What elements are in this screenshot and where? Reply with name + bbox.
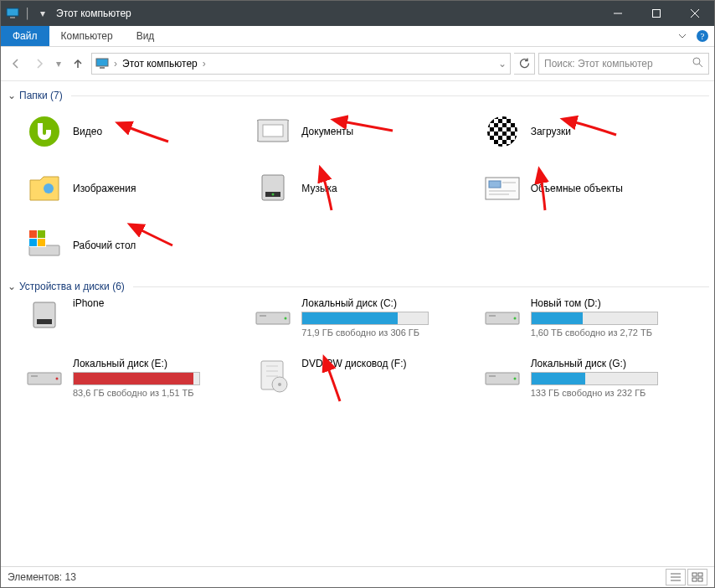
pictures-icon xyxy=(24,170,64,207)
svg-point-22 xyxy=(272,193,275,196)
drive-item[interactable]: Новый том (D:)1,60 ТБ свободно из 2,72 Т… xyxy=(481,296,709,353)
window-title: Этот компьютер xyxy=(56,8,131,19)
svg-point-37 xyxy=(285,317,287,320)
capacity-bar xyxy=(531,312,658,325)
drive-item[interactable]: Локальный диск (E:)83,6 ГБ свободно из 1… xyxy=(23,356,251,413)
search-icon xyxy=(692,57,703,70)
maximize-button[interactable] xyxy=(637,1,676,26)
search-placeholder: Поиск: Этот компьютер xyxy=(544,58,653,70)
capacity-bar xyxy=(73,372,200,385)
svg-rect-10 xyxy=(100,67,105,69)
folder-label: Документы xyxy=(301,126,353,137)
breadcrumb-sep-icon: › xyxy=(203,58,206,70)
drive-label: iPhone xyxy=(73,297,104,309)
content-pane[interactable]: ⌄ Папки (7) ВидеоДокументыЗагрузкиИзобра… xyxy=(1,81,714,566)
search-box[interactable]: Поиск: Этот компьютер xyxy=(538,53,709,75)
group-header-drives[interactable]: ⌄ Устройства и диски (6) xyxy=(8,281,709,292)
svg-rect-41 xyxy=(489,315,496,317)
qat-separator-icon: │ xyxy=(21,7,34,20)
drive-red-icon xyxy=(24,358,64,395)
svg-rect-38 xyxy=(260,315,266,317)
svg-rect-0 xyxy=(7,8,18,16)
ribbon: Файл Компьютер Вид ? xyxy=(1,26,714,47)
svg-rect-14 xyxy=(263,125,283,137)
drive-item[interactable]: Локальный диск (C:)71,9 ГБ свободно из 3… xyxy=(251,296,480,353)
forward-button[interactable] xyxy=(29,54,49,74)
tab-view[interactable]: Вид xyxy=(125,26,167,46)
folder-item[interactable]: Изображения xyxy=(23,162,251,215)
view-details-button[interactable] xyxy=(666,569,686,585)
drive-item[interactable]: DVD RW дисковод (F:) xyxy=(251,356,480,413)
utorrent-icon xyxy=(24,113,64,150)
back-button[interactable] xyxy=(6,54,26,74)
breadcrumb-current[interactable]: Этот компьютер xyxy=(122,58,198,70)
disc-icon xyxy=(253,358,293,395)
folder-item[interactable]: Музыка xyxy=(251,162,480,215)
chevron-down-icon: ⌄ xyxy=(8,90,16,101)
svg-point-19 xyxy=(44,183,54,193)
window-pc-icon xyxy=(6,7,19,20)
folder-item[interactable]: Рабочий стол xyxy=(23,219,251,272)
drive-label: Локальный диск (G:) xyxy=(531,358,658,369)
recent-locations-button[interactable]: ▾ xyxy=(53,54,64,74)
serverbox-icon xyxy=(253,170,293,207)
mail-icon xyxy=(482,170,522,207)
folder-item[interactable]: Загрузки xyxy=(481,105,709,158)
folder-item[interactable]: Объемные объекты xyxy=(481,162,709,215)
minimize-button[interactable] xyxy=(599,1,637,26)
svg-rect-35 xyxy=(37,319,52,324)
svg-rect-31 xyxy=(38,230,45,238)
drive-free-text: 1,60 ТБ свободно из 2,72 ТБ xyxy=(531,328,658,338)
svg-rect-33 xyxy=(38,239,45,246)
svg-rect-44 xyxy=(31,375,38,377)
folder-item[interactable]: Документы xyxy=(251,105,480,158)
address-dropdown-icon[interactable]: ⌄ xyxy=(498,58,507,70)
group-header-folders[interactable]: ⌄ Папки (7) xyxy=(8,90,709,101)
nav-row: ▾ › Этот компьютер › ⌄ Поиск: Этот компь… xyxy=(1,47,714,81)
drive-icon xyxy=(482,358,522,395)
folder-label: Видео xyxy=(73,126,102,137)
tab-computer[interactable]: Компьютер xyxy=(49,26,125,46)
help-button[interactable]: ? xyxy=(691,26,714,46)
svg-point-43 xyxy=(56,378,59,380)
drive-label: Новый том (D:) xyxy=(531,297,658,309)
ribbon-expand-icon[interactable] xyxy=(674,26,691,46)
address-bar[interactable]: › Этот компьютер › ⌄ xyxy=(91,53,511,75)
folder-label: Рабочий стол xyxy=(73,240,136,251)
svg-rect-57 xyxy=(698,578,702,581)
drive-item[interactable]: Локальный диск (G:)133 ГБ свободно из 23… xyxy=(481,356,709,413)
svg-rect-50 xyxy=(489,375,496,377)
svg-line-12 xyxy=(699,64,702,67)
folder-label: Музыка xyxy=(301,183,337,194)
svg-point-49 xyxy=(513,378,516,380)
svg-rect-3 xyxy=(653,10,661,18)
svg-rect-1 xyxy=(10,17,15,18)
tab-file[interactable]: Файл xyxy=(1,26,49,46)
graybox-icon xyxy=(24,297,64,334)
up-button[interactable] xyxy=(68,54,88,74)
folder-item[interactable]: Видео xyxy=(23,105,251,158)
view-large-icons-button[interactable] xyxy=(687,569,707,585)
drive-icon xyxy=(482,297,522,334)
svg-point-11 xyxy=(693,58,700,64)
close-button[interactable] xyxy=(676,1,714,26)
checker-icon xyxy=(482,113,522,150)
group-label: Устройства и диски (6) xyxy=(19,281,125,292)
breadcrumb-sep-icon: › xyxy=(114,58,117,70)
drive-label: DVD RW дисковод (F:) xyxy=(301,358,406,369)
drive-win-icon xyxy=(24,227,64,264)
drive-item[interactable]: iPhone xyxy=(23,296,251,353)
qat-dropdown-icon[interactable]: ▾ xyxy=(36,7,49,20)
svg-point-40 xyxy=(513,317,516,320)
svg-rect-9 xyxy=(96,59,108,66)
drive-label: Локальный диск (C:) xyxy=(301,297,429,309)
folder-label: Изображения xyxy=(73,183,136,194)
status-item-count: Элементов: 13 xyxy=(8,571,76,583)
refresh-button[interactable] xyxy=(514,53,535,75)
title-bar: │ ▾ Этот компьютер xyxy=(1,1,714,26)
svg-point-13 xyxy=(29,116,59,147)
address-pc-icon xyxy=(95,57,109,70)
svg-rect-55 xyxy=(698,573,702,576)
svg-rect-24 xyxy=(489,181,501,188)
drive-free-text: 71,9 ГБ свободно из 306 ГБ xyxy=(301,328,429,338)
